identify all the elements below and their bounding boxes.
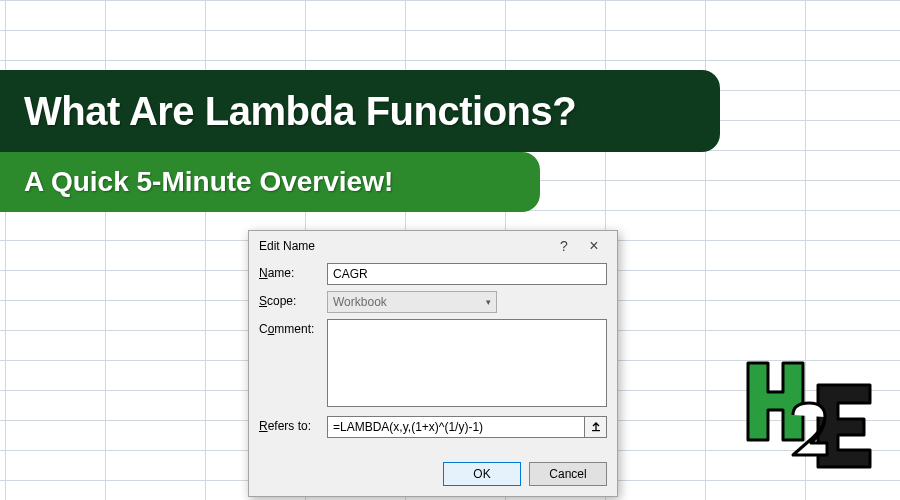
edit-name-dialog: Edit Name ? × Name: Scope: Workbook ▾ Co… bbox=[248, 230, 618, 497]
cancel-button[interactable]: Cancel bbox=[529, 462, 607, 486]
title-text: What Are Lambda Functions? bbox=[24, 89, 576, 134]
help-icon[interactable]: ? bbox=[549, 238, 579, 254]
title-banner: What Are Lambda Functions? bbox=[0, 70, 720, 152]
refers-to-input[interactable] bbox=[327, 416, 585, 438]
comment-textarea[interactable] bbox=[327, 319, 607, 407]
collapse-dialog-icon[interactable] bbox=[585, 416, 607, 438]
scope-label: Scope: bbox=[259, 291, 327, 308]
ok-button[interactable]: OK bbox=[443, 462, 521, 486]
scope-value: Workbook bbox=[333, 295, 387, 309]
dialog-title: Edit Name bbox=[259, 239, 549, 253]
name-input[interactable] bbox=[327, 263, 607, 285]
comment-label: Comment: bbox=[259, 319, 327, 336]
close-icon[interactable]: × bbox=[579, 237, 609, 255]
subtitle-text: A Quick 5-Minute Overview! bbox=[24, 166, 393, 198]
h2e-logo bbox=[740, 355, 875, 475]
dialog-body: Name: Scope: Workbook ▾ Comment: Refers … bbox=[249, 259, 617, 454]
scope-select[interactable]: Workbook ▾ bbox=[327, 291, 497, 313]
name-label: Name: bbox=[259, 263, 327, 280]
dialog-titlebar: Edit Name ? × bbox=[249, 231, 617, 259]
svg-rect-0 bbox=[592, 430, 600, 431]
dialog-buttons: OK Cancel bbox=[249, 454, 617, 496]
chevron-down-icon: ▾ bbox=[486, 297, 491, 307]
refers-label: Refers to: bbox=[259, 416, 327, 433]
subtitle-banner: A Quick 5-Minute Overview! bbox=[0, 152, 540, 212]
